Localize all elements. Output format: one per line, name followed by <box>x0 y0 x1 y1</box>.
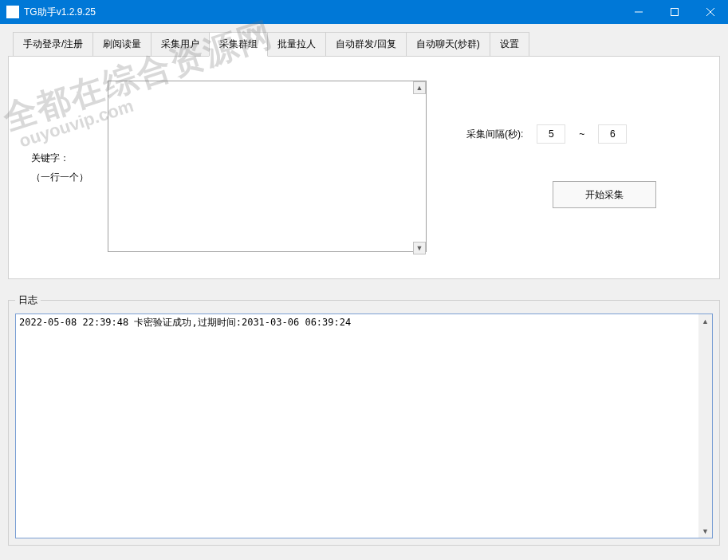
tab-5[interactable]: 自动群发/回复 <box>325 32 406 56</box>
tab-strip: 手动登录/注册刷阅读量采集用户采集群组批量拉人自动群发/回复自动聊天(炒群)设置 <box>13 32 720 56</box>
log-scroll-down-icon[interactable]: ▼ <box>698 524 712 538</box>
keyword-label-group: 关键字： （一行一个） <box>22 148 101 187</box>
interval-row: 采集间隔(秒): ~ <box>466 125 656 143</box>
close-button[interactable] <box>692 0 728 24</box>
tab-7[interactable]: 设置 <box>490 32 529 56</box>
interval-separator: ~ <box>579 128 584 140</box>
titlebar: TG助手v1.2.9.25 <box>0 0 728 24</box>
tab-panel-collect-groups: 关键字： （一行一个） ▲ ▼ 采集间隔(秒): ~ 开始采集 <box>8 56 720 279</box>
interval-label: 采集间隔(秒): <box>466 128 523 141</box>
tab-3[interactable]: 采集群组 <box>209 32 268 57</box>
start-collect-button[interactable]: 开始采集 <box>553 181 656 208</box>
window-controls <box>620 0 728 24</box>
minimize-button[interactable] <box>620 0 656 24</box>
tab-2[interactable]: 采集用户 <box>151 32 210 56</box>
scroll-up-icon[interactable]: ▲ <box>413 81 426 94</box>
keyword-input[interactable] <box>108 81 427 252</box>
scroll-down-icon[interactable]: ▼ <box>413 242 426 254</box>
log-output[interactable] <box>16 314 698 538</box>
interval-max-input[interactable] <box>599 125 626 143</box>
app-icon <box>6 6 19 18</box>
content-area: 全都在综合资源网 ouyouvip.com 手动登录/注册刷阅读量采集用户采集群… <box>0 24 728 560</box>
log-section: 日志 ▲ ▼ <box>8 294 720 546</box>
window-title: TG助手v1.2.9.25 <box>24 6 620 19</box>
keyword-hint-label: （一行一个） <box>31 168 101 187</box>
maximize-button[interactable] <box>656 0 692 24</box>
log-fieldset: 日志 ▲ ▼ <box>8 294 720 546</box>
keyword-label: 关键字： <box>31 148 101 168</box>
log-textarea-wrap: ▲ ▼ <box>15 314 713 538</box>
interval-min-input[interactable] <box>537 125 565 143</box>
log-scrollbar[interactable]: ▲ ▼ <box>698 314 712 538</box>
log-legend: 日志 <box>15 294 41 307</box>
tab-4[interactable]: 批量拉人 <box>267 32 326 56</box>
log-scroll-up-icon[interactable]: ▲ <box>698 314 712 328</box>
keyword-section: 关键字： （一行一个） ▲ ▼ <box>22 69 427 266</box>
tab-0[interactable]: 手动登录/注册 <box>13 32 93 56</box>
interval-section: 采集间隔(秒): ~ 开始采集 <box>466 69 656 266</box>
svg-rect-0 <box>671 9 678 16</box>
keyword-textarea-wrap: ▲ ▼ <box>108 81 427 255</box>
tab-1[interactable]: 刷阅读量 <box>92 32 152 56</box>
tab-6[interactable]: 自动聊天(炒群) <box>406 32 490 56</box>
